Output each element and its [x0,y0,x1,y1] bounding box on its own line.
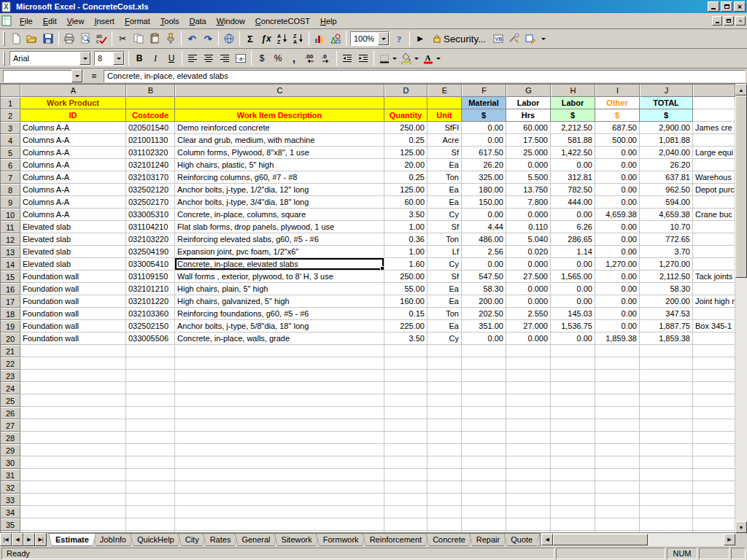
autosum-button[interactable]: Σ [242,31,258,47]
cell-E19[interactable]: Ea [427,320,462,332]
cell-J13[interactable]: 3.70 [640,246,693,258]
cell-B9[interactable]: 032502170 [126,196,175,209]
cell-A16[interactable]: Foundation wall [20,283,126,295]
cell-F14[interactable]: 0.00 [462,258,506,271]
cell-E4[interactable]: Acre [427,134,462,147]
cell-J32[interactable] [640,481,693,494]
cell-A13[interactable]: Elevated slab [20,246,126,258]
cell-H29[interactable] [551,444,595,456]
cell-C3[interactable]: Demo reinforced concrete [175,122,384,134]
cell-E11[interactable]: Sf [427,221,462,233]
sheet-tab-general[interactable]: General [234,533,277,546]
cell-A8[interactable]: Columns A-A [20,184,126,196]
cell-J8[interactable]: 962.50 [640,184,693,196]
cell-I25[interactable] [595,394,640,407]
cell-G1[interactable]: Labor [506,97,551,109]
menu-window[interactable]: Window [212,15,250,27]
row-header-7[interactable]: 7 [0,171,20,184]
menu-file[interactable]: File [15,15,38,27]
row-header-33[interactable]: 33 [0,494,20,506]
select-all-corner[interactable] [0,84,20,97]
cell-J34[interactable] [640,506,693,518]
cell-C1[interactable] [175,97,384,109]
cell-I35[interactable] [595,518,640,531]
row-header-23[interactable]: 23 [0,370,20,382]
row-header-30[interactable]: 30 [0,456,20,469]
cell-H20[interactable]: 0.00 [551,332,595,345]
increase-decimal-button[interactable]: .00 [302,50,318,66]
cell-I2[interactable]: $ [595,109,640,122]
cell-I19[interactable]: 0.00 [595,320,640,332]
scroll-up-icon[interactable]: ▲ [735,84,747,96]
cell-D31[interactable] [384,469,427,481]
row-header-22[interactable]: 22 [0,357,20,370]
cell-J19[interactable]: 1,887.75 [640,320,693,332]
cell-D7[interactable]: 0.25 [384,171,427,184]
sheet-tab-quickhelp[interactable]: QuickHelp [130,533,182,546]
cell-D25[interactable] [384,394,427,407]
cell-A23[interactable] [20,370,126,382]
formula-input[interactable]: Concrete, in-place, elevated slabs [104,70,746,82]
sheet-tab-estimate[interactable]: Estimate [48,533,96,546]
cell-C7[interactable]: Reinforcing columns, g60, #7 - #8 [175,171,384,184]
cell-F8[interactable]: 180.00 [462,184,506,196]
cell-E6[interactable]: Ea [427,159,462,171]
cell-H33[interactable] [551,494,595,506]
cell-G22[interactable] [506,357,551,370]
cell-D9[interactable]: 60.00 [384,196,427,209]
cell-J35[interactable] [640,518,693,531]
cell-E32[interactable] [427,481,462,494]
cell-I22[interactable] [595,357,640,370]
cell-B20[interactable]: 033005506 [126,332,175,345]
cell-G25[interactable] [506,394,551,407]
menu-help[interactable]: Help [315,15,342,27]
decrease-indent-button[interactable] [339,50,355,66]
cell-F7[interactable]: 325.00 [462,171,506,184]
vertical-scrollbar[interactable]: ▲ ▼ [735,84,747,533]
cell-C21[interactable] [175,345,384,357]
cell-A32[interactable] [20,481,126,494]
cell-C24[interactable] [175,382,384,394]
cell-I29[interactable] [595,444,640,456]
cell-C18[interactable]: Reinforcing foundations, g60, #5 - #6 [175,308,384,320]
cell-G5[interactable]: 25.000 [506,147,551,159]
cell-D5[interactable]: 125.00 [384,147,427,159]
cell-C2[interactable]: Work Item Description [175,109,384,122]
sheet-tab-sitework[interactable]: Sitework [274,533,320,546]
cell-J28[interactable] [640,432,693,444]
row-header-9[interactable]: 9 [0,196,20,209]
cell-H31[interactable] [551,469,595,481]
chevron-down-icon[interactable] [80,52,90,65]
cell-G34[interactable] [506,506,551,518]
cell-B12[interactable]: 032103220 [126,233,175,246]
cell-G13[interactable]: 0.020 [506,246,551,258]
cell-D29[interactable] [384,444,427,456]
cell-F25[interactable] [462,394,506,407]
borders-button[interactable] [376,50,398,66]
cell-B8[interactable]: 032502120 [126,184,175,196]
cell-D16[interactable]: 55.00 [384,283,427,295]
cell-I23[interactable] [595,370,640,382]
name-box[interactable] [3,70,83,82]
cell-D13[interactable]: 1.00 [384,246,427,258]
cell-F9[interactable]: 150.00 [462,196,506,209]
cell-A26[interactable] [20,407,126,419]
cell-J24[interactable] [640,382,693,394]
col-header-E[interactable]: E [427,84,462,97]
cell-C34[interactable] [175,506,384,518]
font-name-combo[interactable]: Arial [9,51,91,66]
copy-button[interactable] [131,31,147,47]
cell-E9[interactable]: Ea [427,196,462,209]
sheet-tab-concrete[interactable]: Concrete [425,533,473,546]
cell-G30[interactable] [506,456,551,469]
cell-G31[interactable] [506,469,551,481]
cell-G8[interactable]: 13.750 [506,184,551,196]
cell-D22[interactable] [384,357,427,370]
cell-B1[interactable] [126,97,175,109]
cell-J9[interactable]: 594.00 [640,196,693,209]
menu-edit[interactable]: Edit [38,15,62,27]
cell-G35[interactable] [506,518,551,531]
cell-D35[interactable] [384,518,427,531]
cell-C30[interactable] [175,456,384,469]
row-header-31[interactable]: 31 [0,469,20,481]
